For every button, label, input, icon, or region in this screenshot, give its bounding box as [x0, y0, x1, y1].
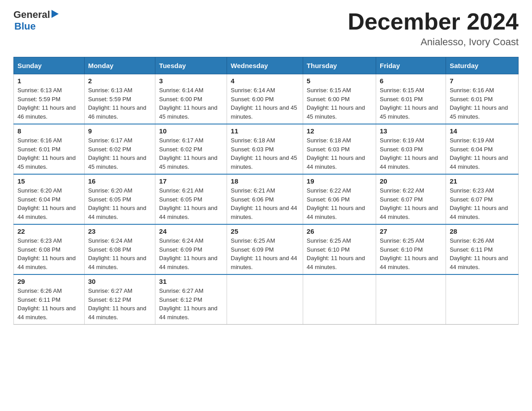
day-info: Sunrise: 6:23 AMSunset: 6:08 PMDaylight:… [17, 236, 81, 271]
day-number: 2 [88, 77, 152, 85]
day-info: Sunrise: 6:26 AMSunset: 6:11 PMDaylight:… [17, 287, 81, 321]
day-info: Sunrise: 6:26 AMSunset: 6:11 PMDaylight:… [450, 236, 515, 271]
calendar-cell: 19 Sunrise: 6:22 AMSunset: 6:06 PMDaylig… [303, 174, 376, 224]
day-number: 23 [88, 227, 152, 235]
day-number: 26 [307, 227, 372, 235]
logo-general-text: General [13, 9, 50, 21]
day-number: 6 [380, 77, 442, 85]
day-info: Sunrise: 6:25 AMSunset: 6:09 PMDaylight:… [231, 236, 299, 271]
day-info: Sunrise: 6:20 AMSunset: 6:05 PMDaylight:… [88, 186, 152, 221]
day-number: 15 [17, 177, 81, 185]
calendar-cell: 6 Sunrise: 6:15 AMSunset: 6:01 PMDayligh… [376, 74, 446, 124]
day-info: Sunrise: 6:14 AMSunset: 6:00 PMDaylight:… [159, 86, 223, 121]
day-number: 22 [17, 227, 81, 235]
day-info: Sunrise: 6:27 AMSunset: 6:12 PMDaylight:… [159, 287, 223, 321]
day-number: 1 [17, 77, 81, 85]
day-number: 24 [159, 227, 223, 235]
calendar-cell: 2 Sunrise: 6:13 AMSunset: 5:59 PMDayligh… [84, 74, 155, 124]
calendar-cell: 16 Sunrise: 6:20 AMSunset: 6:05 PMDaylig… [84, 174, 155, 224]
day-info: Sunrise: 6:15 AMSunset: 6:00 PMDaylight:… [307, 86, 372, 121]
day-number: 27 [380, 227, 442, 235]
logo: General Blue [13, 9, 61, 32]
calendar-cell: 21 Sunrise: 6:23 AMSunset: 6:07 PMDaylig… [446, 174, 519, 224]
calendar-week-row: 15 Sunrise: 6:20 AMSunset: 6:04 PMDaylig… [14, 174, 519, 224]
day-number: 14 [450, 127, 515, 135]
day-number: 9 [88, 127, 152, 135]
column-header-tuesday: Tuesday [155, 57, 227, 74]
day-number: 30 [88, 278, 152, 285]
calendar-cell: 24 Sunrise: 6:24 AMSunset: 6:09 PMDaylig… [155, 224, 227, 274]
day-info: Sunrise: 6:15 AMSunset: 6:01 PMDaylight:… [380, 86, 442, 121]
day-info: Sunrise: 6:14 AMSunset: 6:00 PMDaylight:… [231, 86, 299, 121]
svg-marker-0 [51, 10, 59, 18]
calendar-cell: 20 Sunrise: 6:22 AMSunset: 6:07 PMDaylig… [376, 174, 446, 224]
day-info: Sunrise: 6:23 AMSunset: 6:07 PMDaylight:… [450, 186, 515, 221]
calendar-cell [227, 274, 303, 325]
calendar-cell: 11 Sunrise: 6:18 AMSunset: 6:03 PMDaylig… [227, 124, 303, 174]
column-header-thursday: Thursday [303, 57, 376, 74]
day-number: 18 [231, 177, 299, 185]
day-info: Sunrise: 6:22 AMSunset: 6:07 PMDaylight:… [380, 186, 442, 221]
day-info: Sunrise: 6:13 AMSunset: 5:59 PMDaylight:… [88, 86, 152, 121]
calendar-cell: 12 Sunrise: 6:18 AMSunset: 6:03 PMDaylig… [303, 124, 376, 174]
calendar-table: SundayMondayTuesdayWednesdayThursdayFrid… [13, 57, 519, 325]
day-number: 8 [17, 127, 81, 135]
calendar-cell: 25 Sunrise: 6:25 AMSunset: 6:09 PMDaylig… [227, 224, 303, 274]
calendar-week-row: 22 Sunrise: 6:23 AMSunset: 6:08 PMDaylig… [14, 224, 519, 274]
day-info: Sunrise: 6:20 AMSunset: 6:04 PMDaylight:… [17, 186, 81, 221]
day-info: Sunrise: 6:27 AMSunset: 6:12 PMDaylight:… [88, 287, 152, 321]
calendar-cell: 9 Sunrise: 6:17 AMSunset: 6:02 PMDayligh… [84, 124, 155, 174]
day-number: 29 [17, 278, 81, 285]
calendar-cell: 18 Sunrise: 6:21 AMSunset: 6:06 PMDaylig… [227, 174, 303, 224]
subtitle: Anialesso, Ivory Coast [348, 36, 519, 48]
calendar-cell [446, 274, 519, 325]
day-info: Sunrise: 6:13 AMSunset: 5:59 PMDaylight:… [17, 86, 81, 121]
day-info: Sunrise: 6:17 AMSunset: 6:02 PMDaylight:… [88, 136, 152, 171]
calendar-cell: 27 Sunrise: 6:25 AMSunset: 6:10 PMDaylig… [376, 224, 446, 274]
main-title: December 2024 [348, 9, 519, 34]
day-number: 21 [450, 177, 515, 185]
calendar-cell: 23 Sunrise: 6:24 AMSunset: 6:08 PMDaylig… [84, 224, 155, 274]
calendar-cell: 8 Sunrise: 6:16 AMSunset: 6:01 PMDayligh… [14, 124, 85, 174]
calendar-cell: 1 Sunrise: 6:13 AMSunset: 5:59 PMDayligh… [14, 74, 85, 124]
day-info: Sunrise: 6:21 AMSunset: 6:06 PMDaylight:… [231, 186, 299, 221]
calendar-cell: 26 Sunrise: 6:25 AMSunset: 6:10 PMDaylig… [303, 224, 376, 274]
calendar-cell: 4 Sunrise: 6:14 AMSunset: 6:00 PMDayligh… [227, 74, 303, 124]
column-header-sunday: Sunday [14, 57, 85, 74]
calendar-header-row: SundayMondayTuesdayWednesdayThursdayFrid… [14, 57, 519, 74]
day-number: 28 [450, 227, 515, 235]
calendar-cell: 29 Sunrise: 6:26 AMSunset: 6:11 PMDaylig… [14, 274, 85, 325]
day-number: 19 [307, 177, 372, 185]
page-header: General Blue December 2024 Anialesso, Iv… [13, 9, 519, 48]
day-info: Sunrise: 6:18 AMSunset: 6:03 PMDaylight:… [231, 136, 299, 171]
calendar-cell: 31 Sunrise: 6:27 AMSunset: 6:12 PMDaylig… [155, 274, 227, 325]
calendar-cell: 22 Sunrise: 6:23 AMSunset: 6:08 PMDaylig… [14, 224, 85, 274]
calendar-cell [376, 274, 446, 325]
day-info: Sunrise: 6:16 AMSunset: 6:01 PMDaylight:… [450, 86, 515, 121]
calendar-cell: 7 Sunrise: 6:16 AMSunset: 6:01 PMDayligh… [446, 74, 519, 124]
calendar-cell: 28 Sunrise: 6:26 AMSunset: 6:11 PMDaylig… [446, 224, 519, 274]
calendar-cell: 10 Sunrise: 6:17 AMSunset: 6:02 PMDaylig… [155, 124, 227, 174]
calendar-cell: 17 Sunrise: 6:21 AMSunset: 6:05 PMDaylig… [155, 174, 227, 224]
column-header-friday: Friday [376, 57, 446, 74]
day-info: Sunrise: 6:24 AMSunset: 6:08 PMDaylight:… [88, 236, 152, 271]
calendar-cell: 15 Sunrise: 6:20 AMSunset: 6:04 PMDaylig… [14, 174, 85, 224]
day-number: 5 [307, 77, 372, 85]
day-info: Sunrise: 6:25 AMSunset: 6:10 PMDaylight:… [380, 236, 442, 271]
calendar-week-row: 8 Sunrise: 6:16 AMSunset: 6:01 PMDayligh… [14, 124, 519, 174]
calendar-week-row: 29 Sunrise: 6:26 AMSunset: 6:11 PMDaylig… [14, 274, 519, 325]
column-header-wednesday: Wednesday [227, 57, 303, 74]
day-number: 16 [88, 177, 152, 185]
day-number: 11 [231, 127, 299, 135]
calendar-cell: 13 Sunrise: 6:19 AMSunset: 6:03 PMDaylig… [376, 124, 446, 174]
day-number: 13 [380, 127, 442, 135]
logo-blue-text: Blue [14, 21, 36, 32]
day-number: 12 [307, 127, 372, 135]
calendar-cell: 30 Sunrise: 6:27 AMSunset: 6:12 PMDaylig… [84, 274, 155, 325]
calendar-cell [303, 274, 376, 325]
day-info: Sunrise: 6:19 AMSunset: 6:04 PMDaylight:… [450, 136, 515, 171]
day-info: Sunrise: 6:16 AMSunset: 6:01 PMDaylight:… [17, 136, 81, 171]
day-number: 31 [159, 278, 223, 285]
day-info: Sunrise: 6:22 AMSunset: 6:06 PMDaylight:… [307, 186, 372, 221]
day-info: Sunrise: 6:17 AMSunset: 6:02 PMDaylight:… [159, 136, 223, 171]
